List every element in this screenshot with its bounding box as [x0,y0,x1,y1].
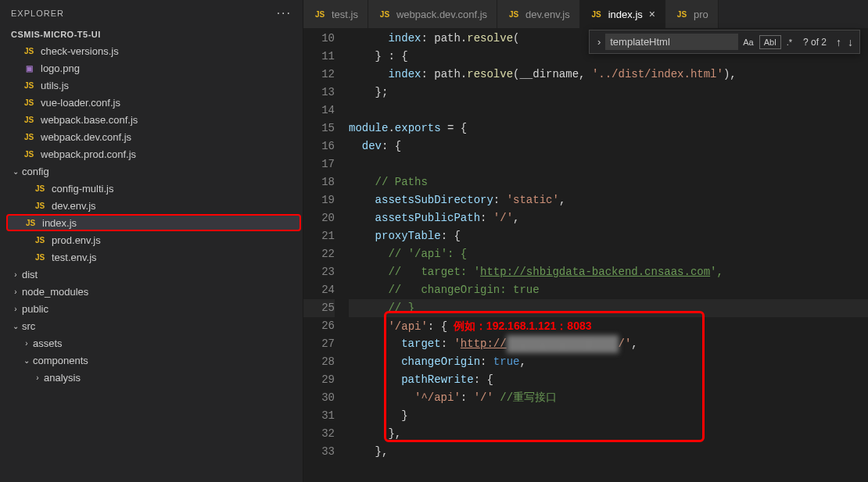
chevron-right-icon: › [11,270,20,279]
code-line[interactable]: assetsSubDirectory: 'static', [349,191,868,209]
chevron-down-icon: ⌄ [11,322,20,330]
line-number: 27 [303,335,335,353]
line-number: 25 [303,299,335,317]
file-type-icon: JS [22,133,36,141]
line-number: 28 [303,353,335,371]
code-line[interactable]: // changeOrigin: true [349,281,868,299]
code-line[interactable]: '/api': { 例如：192.168.1.121：8083 [349,317,868,335]
explorer-more-icon[interactable]: ··· [277,6,292,20]
file-item[interactable]: JSdev.env.js [0,197,303,214]
folder-item[interactable]: ›node_modules [0,283,303,300]
folder-label: components [33,355,88,366]
code-line[interactable]: }, [349,443,868,461]
file-item[interactable]: JSprod.env.js [0,231,303,248]
code-line[interactable]: }, [349,425,868,443]
code-line[interactable]: // '/api': { [349,245,868,263]
folder-item[interactable]: ⌄config [0,162,303,180]
file-type-icon: JS [507,10,521,19]
find-prev-icon[interactable]: ↑ [833,36,845,48]
code-line[interactable]: // Paths [349,173,868,191]
tab-label: test.js [332,9,358,20]
line-number: 26 [303,317,335,335]
file-type-icon: JS [22,81,36,90]
line-number: 22 [303,245,335,263]
file-item[interactable]: JSutils.js [0,77,303,94]
line-number: 29 [303,371,335,389]
code-line[interactable]: }; [349,84,868,102]
file-type-icon: JS [313,10,327,19]
line-number-gutter: 1011121314151617181920212223242526272829… [303,28,349,482]
code-line[interactable]: module.exports = { [349,120,868,137]
code-line[interactable]: target: 'http:// . . . : /', [349,335,868,353]
folder-item[interactable]: ›dist [0,266,303,283]
file-label: logo.png [41,62,80,74]
folder-item[interactable]: ›public [0,300,303,317]
file-item[interactable]: JSwebpack.base.conf.js [0,111,303,128]
line-number: 18 [303,173,335,191]
file-item[interactable]: JSvue-loader.conf.js [0,94,303,111]
find-widget: › Aa Abl .* ? of 2 ↑ ↓ [589,30,860,54]
code-line[interactable]: '^/api': '/' //重写接口 [349,389,868,407]
file-type-icon: JS [23,219,38,227]
file-type-icon: ▣ [22,64,36,73]
file-label: dev.env.js [52,200,96,212]
tab-label: index.js [608,9,643,20]
find-whole-word-icon[interactable]: Abl [759,35,781,49]
chevron-right-icon: › [22,339,31,348]
code-line[interactable] [349,102,868,120]
folder-item[interactable]: ›analysis [0,369,303,386]
file-item[interactable]: JSindex.js [6,214,301,231]
find-input[interactable] [605,34,738,50]
file-item[interactable]: JSconfig-multi.js [0,180,303,197]
tab-label: webpack.dev.conf.js [396,9,487,20]
folder-item[interactable]: ⌄src [0,317,303,334]
find-match-case-icon[interactable]: Aa [739,36,757,48]
file-label: webpack.base.conf.js [41,114,138,126]
code-line[interactable]: // } [349,299,868,317]
find-next-icon[interactable]: ↓ [845,36,856,48]
editor-tab[interactable]: JSindex.js× [580,0,665,28]
folder-item[interactable]: ⌄components [0,352,303,369]
file-item[interactable]: JSwebpack.prod.conf.js [0,145,303,162]
code-line[interactable]: pathRewrite: { [349,371,868,389]
folder-item[interactable]: ›assets [0,334,303,352]
file-tree: JScheck-versions.js▣logo.pngJSutils.jsJS… [0,42,303,482]
chevron-down-icon: ⌄ [11,167,20,176]
code-line[interactable]: changeOrigin: true, [349,353,868,371]
close-icon[interactable]: × [649,8,655,20]
line-number: 31 [303,407,335,425]
file-label: test.env.js [52,252,97,263]
code-line[interactable]: assetsPublicPath: '/', [349,209,868,227]
line-number: 19 [303,191,335,209]
folder-label: node_modules [22,286,88,298]
editor-tab[interactable]: JSwebpack.dev.conf.js [368,0,497,28]
code-line[interactable]: // target: 'http://shbigdata-backend.cns… [349,263,868,281]
file-label: webpack.prod.conf.js [41,148,136,160]
code-line[interactable] [349,155,868,173]
editor-tab[interactable]: JSdev.env.js [497,0,580,28]
file-item[interactable]: JScheck-versions.js [0,42,303,59]
project-name[interactable]: CSMIS-MICRO-T5-UI [0,27,303,42]
tab-label: pro [694,9,708,20]
code-line[interactable]: proxyTable: { [349,227,868,245]
code-line[interactable]: index: path.resolve(__dirname, '../dist/… [349,66,868,84]
code-editor[interactable]: 1011121314151617181920212223242526272829… [303,28,868,482]
file-type-icon: JS [590,10,604,19]
folder-label: assets [33,337,63,349]
file-item[interactable]: ▣logo.png [0,59,303,77]
line-number: 23 [303,263,335,281]
file-label: prod.env.js [52,234,101,246]
file-type-icon: JS [33,236,47,245]
code-line[interactable]: dev: { [349,137,868,155]
editor-tab[interactable]: JStest.js [303,0,368,28]
editor-tab[interactable]: JSpro [665,0,719,28]
file-item[interactable]: JStest.env.js [0,248,303,266]
file-label: utils.js [41,80,69,91]
code-content[interactable]: index: path.resolve( } : { index: path.r… [349,28,868,482]
file-label: check-versions.js [41,45,119,57]
find-toggle-replace-icon[interactable]: › [593,36,605,48]
explorer-header: EXPLORER ··· [0,0,303,27]
code-line[interactable]: } [349,407,868,425]
file-item[interactable]: JSwebpack.dev.conf.js [0,128,303,145]
find-regex-icon[interactable]: .* [783,36,796,48]
